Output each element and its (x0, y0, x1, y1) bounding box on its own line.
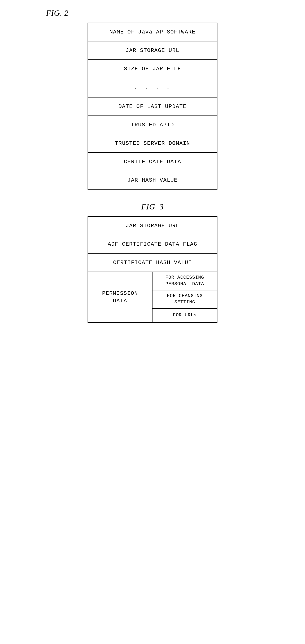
fig2-row-size-of-jar-file: SIZE OF JAR FILE (88, 60, 217, 78)
fig3-table: JAR STORAGE URL ADF CERTIFICATE DATA FLA… (88, 216, 217, 323)
fig2-label-container: FIG. 2 (13, 8, 292, 18)
fig3-row-certificate-hash-value: CERTIFICATE HASH VALUE (88, 254, 217, 272)
fig2-row-trusted-apid: TRUSTED APID (88, 116, 217, 134)
fig2-row-trusted-server-domain: TRUSTED SERVER DOMAIN (88, 134, 217, 153)
fig2-row-name-of-java-ap: NAME OF Java-AP SOFTWARE (88, 23, 217, 42)
fig2-label: FIG. 2 (46, 8, 292, 18)
fig3-label-container: FIG. 3 (13, 202, 292, 211)
fig3-permission-row: PERMISSIONDATA FOR ACCESSINGPERSONAL DAT… (88, 272, 217, 322)
fig2-row-dots: . . . . (88, 78, 217, 98)
fig3-diagram: JAR STORAGE URL ADF CERTIFICATE DATA FLA… (13, 216, 292, 323)
fig3-row-adf-certificate-data-flag: ADF CERTIFICATE DATA FLAG (88, 235, 217, 254)
fig2-row-date-of-last-update: DATE OF LAST UPDATE (88, 98, 217, 116)
fig3-label: FIG. 3 (13, 202, 292, 211)
fig2-row-jar-hash-value: JAR HASH VALUE (88, 171, 217, 189)
fig3-for-changing-setting: FOR CHANGINGSETTING (153, 290, 217, 309)
fig2-row-certificate-data: CERTIFICATE DATA (88, 153, 217, 171)
fig3-for-accessing-personal-data: FOR ACCESSINGPERSONAL DATA (153, 272, 217, 290)
fig3-permission-label: PERMISSIONDATA (88, 272, 153, 322)
fig2-diagram: NAME OF Java-AP SOFTWARE JAR STORAGE URL… (13, 22, 292, 190)
fig2-row-jar-storage-url: JAR STORAGE URL (88, 42, 217, 60)
fig3-row-jar-storage-url: JAR STORAGE URL (88, 217, 217, 235)
fig3-for-urls: FOR URLs (153, 308, 217, 322)
fig3-permission-sub-rows: FOR ACCESSINGPERSONAL DATA FOR CHANGINGS… (153, 272, 217, 322)
fig2-table: NAME OF Java-AP SOFTWARE JAR STORAGE URL… (88, 22, 217, 190)
